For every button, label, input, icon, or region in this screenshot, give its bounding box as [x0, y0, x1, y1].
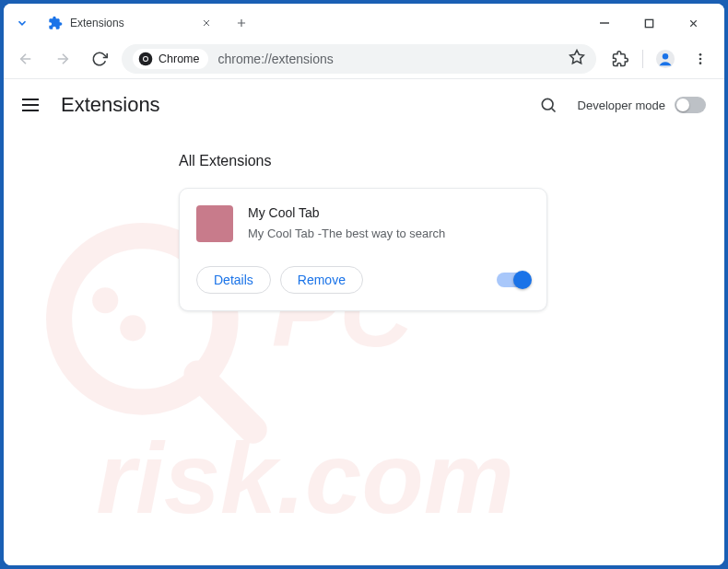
page-title: Extensions: [61, 93, 160, 117]
extension-description: My Cool Tab -The best way to search: [248, 226, 530, 242]
close-window-button[interactable]: [680, 10, 706, 36]
separator: [642, 50, 643, 68]
close-tab-button[interactable]: [199, 16, 214, 30]
svg-point-12: [144, 57, 147, 61]
extension-name: My Cool Tab: [248, 205, 530, 220]
svg-point-15: [663, 53, 668, 59]
svg-point-25: [542, 99, 553, 110]
new-tab-button[interactable]: [229, 10, 254, 36]
developer-mode-toggle[interactable]: [675, 97, 706, 113]
developer-mode-label: Developer mode: [578, 99, 665, 112]
tab-title: Extensions: [70, 17, 124, 29]
svg-point-16: [699, 53, 702, 56]
svg-rect-5: [645, 19, 652, 27]
svg-line-22: [197, 375, 252, 430]
site-chip-label: Chrome: [159, 52, 199, 65]
svg-line-26: [551, 109, 555, 112]
back-button[interactable]: [11, 44, 41, 74]
chrome-icon: [138, 52, 153, 66]
svg-marker-13: [570, 51, 584, 64]
svg-text:risk.com: risk.com: [96, 421, 514, 534]
search-extensions-button[interactable]: [535, 92, 561, 118]
tabs-dropdown-button[interactable]: [11, 12, 33, 34]
extension-icon: [196, 205, 233, 242]
bookmark-button[interactable]: [569, 49, 585, 68]
site-chip[interactable]: Chrome: [133, 49, 208, 69]
profile-button[interactable]: [652, 46, 678, 72]
reload-button[interactable]: [85, 44, 114, 74]
address-bar[interactable]: Chrome chrome://extensions: [122, 44, 596, 74]
details-button[interactable]: Details: [196, 266, 271, 294]
remove-button[interactable]: Remove: [280, 266, 363, 294]
hamburger-menu-button[interactable]: [22, 94, 44, 116]
forward-button[interactable]: [48, 44, 77, 74]
puzzle-icon: [48, 16, 63, 30]
extension-card: My Cool Tab My Cool Tab -The best way to…: [179, 188, 547, 311]
maximize-window-button[interactable]: [636, 10, 662, 36]
url-text: chrome://extensions: [217, 52, 333, 66]
section-title: All Extensions: [179, 153, 706, 169]
kebab-menu-button[interactable]: [687, 46, 713, 72]
svg-point-17: [699, 57, 702, 60]
browser-tab[interactable]: Extensions: [39, 8, 223, 38]
extensions-button[interactable]: [607, 46, 633, 72]
minimize-window-button[interactable]: [592, 10, 617, 36]
extension-enable-toggle[interactable]: [497, 273, 530, 287]
svg-point-18: [699, 62, 702, 64]
